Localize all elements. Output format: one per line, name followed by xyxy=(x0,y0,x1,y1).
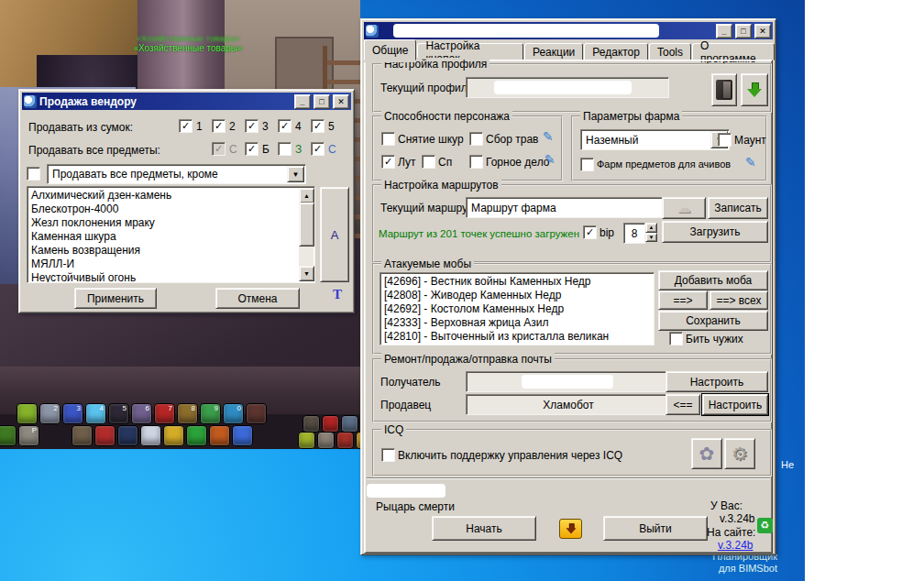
tab-1[interactable]: Общие xyxy=(364,39,416,60)
maximize-button[interactable]: □ xyxy=(314,94,330,109)
start-button[interactable]: Начать xyxy=(432,516,536,541)
a-button[interactable]: А xyxy=(320,187,349,282)
quals-checkbox-С[interactable] xyxy=(311,142,324,156)
action-icon[interactable]: 8 xyxy=(177,403,198,424)
action-icon[interactable] xyxy=(0,425,16,446)
minimize-button[interactable]: _ xyxy=(716,24,732,38)
attack-others-checkbox[interactable] xyxy=(669,332,683,345)
spinner-down-icon[interactable]: ▼ xyxy=(645,233,657,243)
quals-checkbox-З[interactable] xyxy=(278,142,292,156)
tab-6[interactable]: О программе xyxy=(692,43,775,60)
achievement-farm-checkbox[interactable] xyxy=(580,158,594,171)
tab-5[interactable]: Tools xyxy=(649,43,691,60)
herbalism-checkbox[interactable] xyxy=(469,132,483,146)
edit-pencil-icon[interactable]: ✎ xyxy=(543,130,554,143)
action-icon[interactable] xyxy=(317,432,335,449)
tab-4[interactable]: Редактор xyxy=(584,43,648,60)
action-icon[interactable]: 4 xyxy=(85,403,106,424)
action-icon[interactable] xyxy=(72,425,93,446)
action-icon[interactable]: 7 xyxy=(154,403,175,424)
collapse-arrow-button[interactable] xyxy=(559,519,582,539)
recipient-input[interactable] xyxy=(466,371,671,392)
action-icon[interactable]: 6 xyxy=(131,403,152,424)
edit-pencil-icon[interactable]: ✎ xyxy=(544,153,556,166)
exit-button[interactable]: Выйти xyxy=(603,516,708,541)
seller-input[interactable]: Хламобот xyxy=(466,394,671,415)
exception-item[interactable]: МЯЛЛ-И xyxy=(28,258,314,271)
copy-back-button[interactable]: <== xyxy=(666,394,700,415)
current-profile-input[interactable] xyxy=(466,77,669,98)
mob-list-item[interactable]: [42333] - Верховная жрица Азил xyxy=(380,316,654,330)
cloud-upload-button[interactable]: ☁ xyxy=(662,197,706,219)
action-icon[interactable] xyxy=(302,415,320,433)
maximize-button[interactable]: □ xyxy=(735,24,752,38)
bags-checkbox-1[interactable] xyxy=(179,119,192,133)
mob-list-item[interactable]: [42808] - Живодер Каменных Недр xyxy=(380,289,654,302)
action-icon[interactable] xyxy=(322,415,339,433)
action-icon[interactable] xyxy=(16,403,38,424)
configure-mail-button[interactable]: Настроить xyxy=(666,371,768,392)
sp-checkbox[interactable] xyxy=(422,155,435,169)
mob-list-item[interactable]: [42810] - Выточенный из кристалла велика… xyxy=(380,330,654,344)
loot-checkbox[interactable] xyxy=(381,155,395,169)
mining-checkbox[interactable] xyxy=(469,155,483,169)
icq-enable-checkbox[interactable] xyxy=(381,448,395,462)
bags-checkbox-2[interactable] xyxy=(212,119,226,133)
exception-item[interactable]: Камень возвращения xyxy=(28,244,314,258)
bip-spinner[interactable]: 8 ▲ ▼ xyxy=(623,223,657,244)
save-mobs-button[interactable]: Сохранить xyxy=(658,311,768,331)
vendor-window-titlebar[interactable]: Продажа вендору _ □ ✕ xyxy=(22,93,351,110)
cancel-button[interactable]: Отмена xyxy=(215,288,300,309)
scroll-down-icon[interactable]: ▼ xyxy=(299,266,314,281)
action-icon[interactable] xyxy=(163,425,184,446)
add-mob-button[interactable]: Добавить моба xyxy=(658,270,768,290)
edit-pencil-icon[interactable]: ✎ xyxy=(745,156,756,169)
minimize-button[interactable]: _ xyxy=(294,94,311,109)
route-dropdown[interactable]: Маршрут фарма ▼ xyxy=(466,197,683,218)
mobs-listbox[interactable]: [42696] - Вестник войны Каменных Недр[42… xyxy=(380,272,654,345)
action-icon[interactable]: 0 xyxy=(223,403,244,424)
bip-checkbox[interactable] xyxy=(583,225,597,239)
site-version-link[interactable]: v.3.24b xyxy=(718,539,753,552)
quals-checkbox-Б[interactable] xyxy=(245,142,258,156)
close-icon[interactable]: ✕ xyxy=(754,24,771,38)
send-all-mobs-button[interactable]: ==> всех xyxy=(710,290,768,310)
action-icon[interactable] xyxy=(341,415,358,433)
scroll-up-icon[interactable]: ▲ xyxy=(299,188,314,203)
mob-list-item[interactable]: [42692] - Костолом Каменных Недр xyxy=(380,302,654,316)
farm-mode-dropdown[interactable]: Наземный ▼ xyxy=(580,129,730,150)
exception-item[interactable]: Жезл поклонения мраку xyxy=(28,216,314,230)
skinning-checkbox[interactable] xyxy=(381,132,395,146)
action-icon[interactable] xyxy=(186,425,207,446)
mount-checkbox[interactable] xyxy=(718,133,732,147)
load-profile-button[interactable] xyxy=(741,73,768,106)
quals-checkbox-С[interactable] xyxy=(212,142,226,156)
action-icon[interactable] xyxy=(140,425,161,446)
mob-list-item[interactable]: [42696] - Вестник войны Каменных Недр xyxy=(380,275,654,289)
exception-item[interactable]: Каменная шкура xyxy=(28,230,314,244)
close-icon[interactable]: ✕ xyxy=(333,94,349,109)
action-icon[interactable] xyxy=(336,432,354,449)
bags-checkbox-4[interactable] xyxy=(278,119,292,133)
tab-3[interactable]: Реакции xyxy=(524,43,583,60)
spinner-up-icon[interactable]: ▲ xyxy=(645,223,657,233)
apply-button[interactable]: Применить xyxy=(74,288,157,309)
bags-checkbox-3[interactable] xyxy=(245,119,258,133)
action-icon[interactable] xyxy=(246,403,267,424)
action-icon[interactable]: 2 xyxy=(39,403,60,424)
exception-item[interactable]: Блескотрон-4000 xyxy=(28,203,314,216)
exception-items-listbox[interactable]: Алхимический дзен-каменьБлескотрон-4000Ж… xyxy=(27,186,315,283)
update-check-icon[interactable]: ♻ xyxy=(757,518,773,533)
sell-except-dropdown[interactable]: Продавать все предметы, кроме ▼ xyxy=(47,164,306,184)
action-icon[interactable]: 3 xyxy=(62,403,83,424)
configure-seller-button[interactable]: Настроить xyxy=(702,394,768,415)
icq-flower-button[interactable]: ✿ xyxy=(691,438,722,469)
scrollbar-thumb[interactable] xyxy=(299,203,314,247)
action-icon[interactable] xyxy=(232,425,253,446)
bags-checkbox-5[interactable] xyxy=(311,119,324,133)
exit-profile-button[interactable] xyxy=(711,73,737,106)
action-icon[interactable]: P xyxy=(18,425,39,446)
action-icon[interactable] xyxy=(117,425,138,446)
icq-settings-button[interactable]: ⚙ xyxy=(724,438,755,469)
load-route-button[interactable]: Загрузить xyxy=(662,221,768,243)
